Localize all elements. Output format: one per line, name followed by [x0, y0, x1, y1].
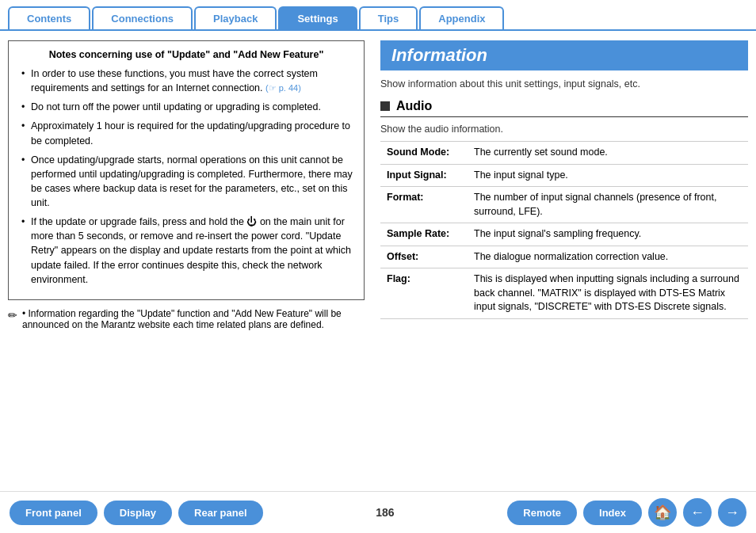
- table-row: Sound Mode: The currently set sound mode…: [380, 142, 748, 165]
- note-text: • Information regarding the "Update" fun…: [22, 308, 365, 330]
- tab-connections[interactable]: Connections: [92, 6, 193, 29]
- table-row: Input Signal: The input signal type.: [380, 164, 748, 187]
- notes-title: Notes concerning use of "Update" and "Ad…: [20, 49, 353, 60]
- display-button[interactable]: Display: [104, 501, 172, 525]
- audio-section-header: Audio: [380, 99, 748, 117]
- back-button[interactable]: ←: [683, 498, 712, 527]
- table-label: Input Signal:: [380, 164, 468, 187]
- index-button[interactable]: Index: [583, 501, 642, 525]
- list-item: Approximately 1 hour is required for the…: [20, 119, 353, 147]
- top-navigation: Contents Connections Playback Settings T…: [0, 0, 756, 31]
- table-value: The number of input signal channels (pre…: [468, 187, 748, 223]
- pencil-icon: ✏: [8, 309, 17, 322]
- audio-description: Show the audio information.: [380, 124, 748, 135]
- table-value: The currently set sound mode.: [468, 142, 748, 165]
- list-item: Do not turn off the power until updating…: [20, 100, 353, 114]
- left-panel: Notes concerning use of "Update" and "Ad…: [8, 40, 365, 330]
- list-item: In order to use these functions, you mus…: [20, 67, 353, 95]
- table-value: The dialogue normalization correction va…: [468, 246, 748, 268]
- tab-playback[interactable]: Playback: [194, 6, 277, 29]
- notes-box: Notes concerning use of "Update" and "Ad…: [8, 40, 365, 300]
- table-label: Sample Rate:: [380, 223, 468, 246]
- forward-button[interactable]: →: [718, 498, 746, 527]
- table-label: Sound Mode:: [380, 142, 468, 165]
- table-row: Sample Rate: The input signal's sampling…: [380, 223, 748, 246]
- info-description: Show information about this unit setting…: [380, 78, 748, 89]
- audio-info-table: Sound Mode: The currently set sound mode…: [380, 141, 748, 319]
- note-section: ✏ • Information regarding the "Update" f…: [8, 308, 365, 330]
- table-row: Offset: The dialogue normalization corre…: [380, 246, 748, 268]
- section-square-icon: [380, 101, 390, 111]
- table-value: The input signal type.: [468, 164, 748, 187]
- notes-list: In order to use these functions, you mus…: [20, 67, 353, 287]
- tab-contents[interactable]: Contents: [8, 6, 90, 29]
- audio-section-label: Audio: [396, 99, 432, 113]
- front-panel-button[interactable]: Front panel: [10, 501, 97, 525]
- home-button[interactable]: 🏠: [648, 498, 677, 527]
- remote-button[interactable]: Remote: [507, 501, 577, 525]
- table-label: Offset:: [380, 246, 468, 268]
- tab-appendix[interactable]: Appendix: [419, 6, 504, 29]
- table-row: Flag: This is displayed when inputting s…: [380, 268, 748, 319]
- table-value: The input signal's sampling frequency.: [468, 223, 748, 246]
- list-item: Once updating/upgrade starts, normal ope…: [20, 153, 353, 211]
- table-value: This is displayed when inputting signals…: [468, 268, 748, 319]
- page-number: 186: [277, 506, 494, 519]
- main-content: Notes concerning use of "Update" and "Ad…: [0, 31, 756, 340]
- info-header: Information: [380, 40, 748, 70]
- right-panel: Information Show information about this …: [380, 40, 748, 330]
- list-item: If the update or upgrade fails, press an…: [20, 215, 353, 287]
- bottom-navigation: Front panel Display Rear panel 186 Remot…: [0, 491, 756, 533]
- table-label: Format:: [380, 187, 468, 223]
- tab-tips[interactable]: Tips: [359, 6, 418, 29]
- tab-settings[interactable]: Settings: [278, 6, 357, 29]
- table-label: Flag:: [380, 268, 468, 319]
- link-ref: (☞ p. 44): [265, 83, 301, 93]
- table-row: Format: The number of input signal chann…: [380, 187, 748, 223]
- rear-panel-button[interactable]: Rear panel: [178, 501, 262, 525]
